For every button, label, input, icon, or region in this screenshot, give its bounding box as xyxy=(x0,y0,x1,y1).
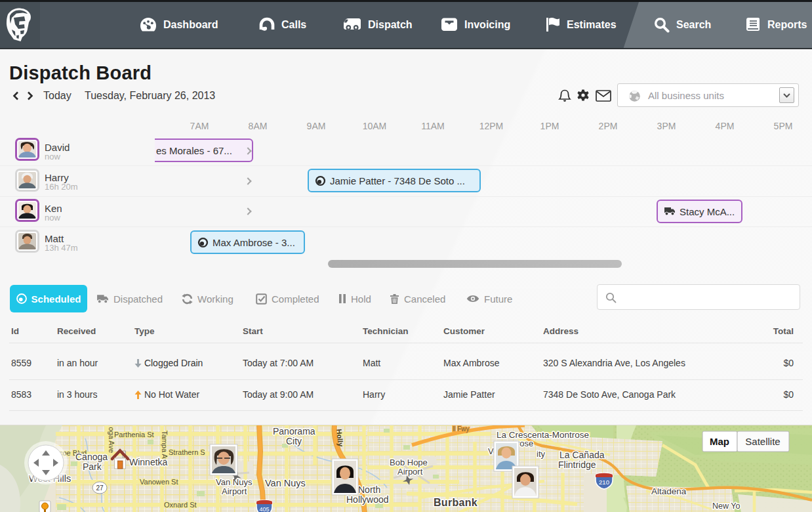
svg-text:Burbank: Burbank xyxy=(434,497,477,508)
svg-text:ity: ity xyxy=(537,449,546,459)
svg-text:Altadena: Altadena xyxy=(651,486,687,496)
svg-text:oga Ave: oga Ave xyxy=(108,427,115,453)
svg-text:Parthenia St: Parthenia St xyxy=(114,431,154,438)
svg-text:Oxnard St: Oxnard St xyxy=(164,501,197,509)
svg-text:Strathern S: Strathern S xyxy=(169,448,205,456)
svg-text:Bob Hope: Bob Hope xyxy=(390,458,428,467)
svg-text:La Crescenta-Montrose: La Crescenta-Montrose xyxy=(497,430,589,440)
svg-text:New Yo: New Yo xyxy=(712,501,740,511)
svg-text:Airport: Airport xyxy=(397,467,423,477)
svg-text:Airport: Airport xyxy=(222,486,247,496)
svg-text:Van Nuys: Van Nuys xyxy=(216,477,253,487)
svg-text:Panorama: Panorama xyxy=(273,426,315,437)
svg-text:Winnetka: Winnetka xyxy=(129,457,168,467)
svg-text:ll Fwy: ll Fwy xyxy=(453,425,470,433)
svg-text:210: 210 xyxy=(599,479,609,486)
svg-text:Vanowen St: Vanowen St xyxy=(140,478,178,486)
svg-text:Canoga: Canoga xyxy=(75,452,108,462)
svg-text:rose: rose xyxy=(517,438,533,448)
svg-text:La Cañada: La Cañada xyxy=(559,450,605,460)
svg-text:City: City xyxy=(286,436,302,446)
svg-text:405: 405 xyxy=(259,506,269,512)
svg-text:Satellite: Satellite xyxy=(745,436,780,447)
svg-text:Van Nuys: Van Nuys xyxy=(265,478,306,488)
svg-text:Hollywood: Hollywood xyxy=(346,494,389,505)
svg-text:Flintridge: Flintridge xyxy=(558,459,596,470)
svg-text:Map: Map xyxy=(710,436,729,447)
svg-text:Park: Park xyxy=(83,461,102,472)
svg-text:North: North xyxy=(358,484,380,495)
svg-text:27: 27 xyxy=(96,484,104,492)
